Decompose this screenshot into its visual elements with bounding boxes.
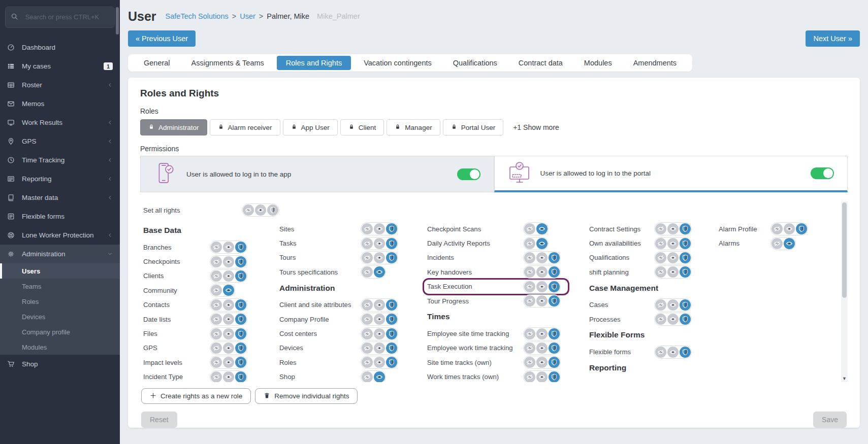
toggle-on[interactable] <box>811 167 834 179</box>
right-eye-button[interactable] <box>374 299 385 311</box>
tab-vacation-contingents[interactable]: Vacation contingents <box>353 54 442 72</box>
right-shield-button[interactable] <box>235 299 246 311</box>
search-input[interactable]: Search or press CTRL+K <box>5 7 115 28</box>
right-eye-off-button[interactable] <box>655 299 666 311</box>
right-eye-button[interactable] <box>374 252 385 263</box>
right-eye-off-button[interactable] <box>211 299 222 311</box>
right-shield-button[interactable] <box>386 252 397 263</box>
right-eye-button[interactable] <box>667 223 679 234</box>
right-shield-button[interactable] <box>549 371 560 382</box>
tab-modules[interactable]: Modules <box>573 54 623 72</box>
rights-scrollbar-thumb[interactable] <box>842 202 847 298</box>
right-shield-button[interactable] <box>235 328 246 339</box>
right-eye-off-button[interactable] <box>362 328 373 339</box>
right-eye-button[interactable] <box>223 299 234 311</box>
right-eye-off-button[interactable] <box>211 285 222 296</box>
right-eye-button[interactable] <box>536 343 548 354</box>
right-eye-off-button[interactable] <box>243 204 254 216</box>
right-eye-off-button[interactable] <box>524 281 535 292</box>
right-eye-off-button[interactable] <box>211 328 222 339</box>
right-eye-off-button[interactable] <box>211 256 222 267</box>
right-eye-off-button[interactable] <box>655 238 666 249</box>
right-eye-button[interactable] <box>374 371 385 382</box>
role-chip-administrator[interactable]: Administrator <box>140 119 207 135</box>
right-eye-off-button[interactable] <box>771 238 783 249</box>
sidebar-item-roles[interactable]: Roles <box>0 294 120 309</box>
right-eye-button[interactable] <box>784 223 795 234</box>
toggle-on[interactable] <box>457 168 480 180</box>
right-shield-button[interactable] <box>549 281 560 292</box>
sidebar-item-users[interactable]: Users <box>0 263 120 279</box>
tab-amendments[interactable]: Amendments <box>623 54 687 72</box>
role-chip-alarm-receiver[interactable]: Alarm receiver <box>210 119 280 135</box>
right-eye-button[interactable] <box>536 371 548 382</box>
save-button[interactable]: Save <box>813 412 847 428</box>
right-shield-button[interactable] <box>549 252 560 263</box>
right-eye-off-button[interactable] <box>524 266 535 278</box>
sidebar-item-master-data[interactable]: Master data <box>0 188 120 207</box>
right-shield-button[interactable] <box>235 343 246 354</box>
sidebar-item-lone-worker-protection[interactable]: Lone Worker Protection <box>0 226 120 245</box>
right-shield-button[interactable] <box>386 223 397 234</box>
right-shield-button[interactable] <box>549 295 560 306</box>
right-eye-button[interactable] <box>667 347 679 358</box>
remove-individual-rights-button[interactable]: Remove individual rights <box>255 388 358 404</box>
right-shield-button[interactable] <box>386 343 397 354</box>
right-eye-off-button[interactable] <box>211 357 222 368</box>
role-chip-client[interactable]: Client <box>340 119 384 135</box>
right-eye-button[interactable] <box>374 223 385 234</box>
right-shield-button[interactable] <box>680 299 691 311</box>
right-eye-button[interactable] <box>223 357 234 368</box>
right-eye-off-button[interactable] <box>655 252 666 263</box>
right-eye-off-button[interactable] <box>655 347 666 358</box>
right-eye-off-button[interactable] <box>524 328 535 339</box>
sidebar-item-my-cases[interactable]: My cases1 <box>0 57 120 76</box>
right-eye-off-button[interactable] <box>362 371 373 382</box>
right-eye-off-button[interactable] <box>211 270 222 282</box>
sidebar-item-time-tracking[interactable]: Time Tracking <box>0 151 120 169</box>
right-eye-off-button[interactable] <box>362 314 373 325</box>
show-more-roles[interactable]: +1 Show more <box>513 123 559 131</box>
right-eye-button[interactable] <box>374 343 385 354</box>
right-eye-off-button[interactable] <box>211 242 222 253</box>
right-eye-off-button[interactable] <box>524 238 535 249</box>
right-eye-off-button[interactable] <box>362 266 373 278</box>
tab-assignments-teams[interactable]: Assignments & Teams <box>181 54 275 72</box>
right-shield-button[interactable] <box>680 238 691 249</box>
right-eye-button[interactable] <box>536 357 548 368</box>
right-eye-button[interactable] <box>784 238 795 249</box>
tab-contract-data[interactable]: Contract data <box>508 54 573 72</box>
create-rights-as-new-role-button[interactable]: Create rights as a new role <box>141 388 251 404</box>
right-eye-off-button[interactable] <box>362 299 373 311</box>
tab-general[interactable]: General <box>133 54 181 72</box>
right-eye-button[interactable] <box>536 328 548 339</box>
right-eye-button[interactable] <box>536 223 548 234</box>
sidebar-item-memos[interactable]: Memos <box>0 94 120 113</box>
right-eye-off-button[interactable] <box>524 357 535 368</box>
right-eye-button[interactable] <box>536 295 548 306</box>
breadcrumb-link-user[interactable]: User <box>240 12 255 20</box>
role-chip-portal-user[interactable]: Portal User <box>443 119 504 135</box>
right-eye-off-button[interactable] <box>655 223 666 234</box>
right-eye-off-button[interactable] <box>211 371 222 382</box>
right-eye-button[interactable] <box>667 314 679 325</box>
right-eye-button[interactable] <box>667 238 679 249</box>
right-eye-off-button[interactable] <box>211 314 222 325</box>
right-eye-off-button[interactable] <box>524 252 535 263</box>
right-eye-off-button[interactable] <box>362 223 373 234</box>
breadcrumb-link-safetech-solutions[interactable]: SafeTech Solutions <box>166 12 229 20</box>
right-eye-button[interactable] <box>374 266 385 278</box>
sidebar-item-dashboard[interactable]: Dashboard <box>0 38 120 57</box>
right-shield-button[interactable] <box>235 314 246 325</box>
right-eye-button[interactable] <box>536 266 548 278</box>
right-eye-button[interactable] <box>223 328 234 339</box>
tab-roles-and-rights[interactable]: Roles and Rights <box>277 56 351 70</box>
right-eye-button[interactable] <box>374 238 385 249</box>
right-eye-button[interactable] <box>223 314 234 325</box>
right-shield-button[interactable] <box>235 256 246 267</box>
sidebar-item-reporting[interactable]: Reporting <box>0 169 120 188</box>
right-shield-button[interactable] <box>680 252 691 263</box>
right-shield-button[interactable] <box>549 343 560 354</box>
sidebar-item-shop[interactable]: Shop <box>0 355 120 373</box>
right-eye-off-button[interactable] <box>524 343 535 354</box>
